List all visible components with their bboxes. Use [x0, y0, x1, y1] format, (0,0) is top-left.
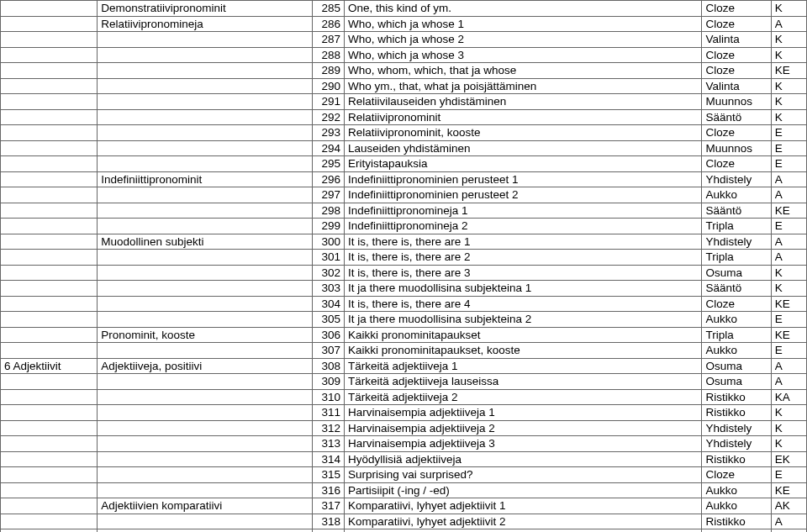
cell-a: 6 Adjektiivit: [1, 358, 98, 374]
cell-e: Aukko: [702, 312, 771, 328]
table-row: Indefiniittipronominit296Indefiniittipro…: [1, 171, 807, 187]
cell-b: [98, 420, 313, 436]
cell-f: KE: [771, 482, 806, 498]
cell-c: 291: [313, 94, 345, 110]
table-row: 299Indefiniittipronomineja 2TriplaE: [1, 219, 807, 234]
cell-c: 293: [313, 125, 345, 141]
cell-e: Muunnos: [702, 94, 771, 110]
table-row: 291Relatiivilauseiden yhdistäminenMuunno…: [1, 94, 807, 110]
cell-f: E: [771, 156, 806, 172]
cell-b: [98, 312, 313, 328]
cell-c: 309: [313, 374, 345, 390]
cell-d: It is, there is, there are 3: [344, 265, 701, 281]
cell-d: Surprising vai surprised?: [344, 467, 701, 483]
cell-c: 310: [313, 389, 345, 405]
cell-b: [98, 467, 313, 483]
cell-c: 285: [313, 1, 345, 17]
cell-d: Who, which ja whose 3: [344, 47, 701, 63]
cell-b: [98, 451, 313, 467]
cell-c: 311: [313, 405, 345, 421]
cell-a: [1, 281, 98, 297]
cell-a: [1, 156, 98, 172]
cell-b: [98, 343, 313, 359]
cell-a: [1, 529, 98, 533]
cell-d: It is, there is, there are 4: [344, 296, 701, 312]
cell-e: Valinta: [702, 78, 771, 94]
table-row: 290Who ym., that, what ja poisjättäminen…: [1, 78, 807, 94]
table-row: 298Indefiniittipronomineja 1SääntöKE: [1, 203, 807, 219]
cell-e: Osuma: [702, 374, 771, 390]
cell-e: Aukko: [702, 187, 771, 203]
cell-d: Tärkeitä adjektiiveja lauseissa: [344, 374, 701, 390]
cell-f: A: [771, 374, 806, 390]
cell-a: [1, 78, 98, 94]
table-row: 311Harvinaisempia adjektiiveja 1Ristikko…: [1, 405, 807, 421]
cell-f: E: [771, 219, 806, 234]
cell-e: Tripla: [702, 327, 771, 343]
cell-c: 312: [313, 420, 345, 436]
cell-a: [1, 16, 98, 32]
cell-e: Valinta: [702, 32, 771, 48]
cell-e: Ristikko: [702, 389, 771, 405]
cell-c: 294: [313, 140, 345, 156]
cell-b: [98, 281, 313, 297]
cell-b: [98, 203, 313, 219]
cell-e: Ristikko: [702, 529, 771, 533]
cell-c: 306: [313, 327, 345, 343]
cell-f: A: [771, 358, 806, 374]
cell-e: Cloze: [702, 156, 771, 172]
cell-a: [1, 498, 98, 514]
cell-c: 296: [313, 171, 345, 187]
table-row: 6 AdjektiivitAdjektiiveja, positiivi308T…: [1, 358, 807, 374]
table-row: 303It ja there muodollisina subjekteina …: [1, 281, 807, 297]
cell-d: Erityistapauksia: [344, 156, 701, 172]
cell-f: KE: [771, 63, 806, 79]
table-row: Adjektiivien komparatiivi317Komparatiivi…: [1, 498, 807, 514]
cell-b: Relatiivipronomineja: [98, 16, 313, 32]
cell-a: [1, 94, 98, 110]
cell-d: Kaikki pronominitapaukset, kooste: [344, 343, 701, 359]
cell-a: [1, 514, 98, 529]
cell-a: [1, 47, 98, 63]
cell-c: 313: [313, 436, 345, 452]
cell-f: A: [771, 250, 806, 266]
cell-d: It ja there muodollisina subjekteina 2: [344, 312, 701, 328]
cell-e: Aukko: [702, 482, 771, 498]
cell-c: 288: [313, 47, 345, 63]
cell-d: Who, which ja whose 2: [344, 32, 701, 48]
cell-d: Harvinaisempia adjektiiveja 3: [344, 436, 701, 452]
cell-d: Komparatiivi, lyhyet adjektiivit 1: [344, 498, 701, 514]
cell-b: [98, 94, 313, 110]
cell-a: [1, 405, 98, 421]
cell-e: Aukko: [702, 498, 771, 514]
cell-e: Tripla: [702, 219, 771, 234]
cell-c: 308: [313, 358, 345, 374]
cell-e: Cloze: [702, 296, 771, 312]
cell-f: K: [771, 281, 806, 297]
table-row: 309Tärkeitä adjektiiveja lauseissaOsumaA: [1, 374, 807, 390]
cell-b: [98, 265, 313, 281]
cell-a: [1, 467, 98, 483]
cell-f: AK: [771, 498, 806, 514]
cell-f: KA: [771, 389, 806, 405]
cell-a: [1, 343, 98, 359]
cell-f: EK: [771, 451, 806, 467]
table-row: 315Surprising vai surprised?ClozeE: [1, 467, 807, 483]
table-row: 305It ja there muodollisina subjekteina …: [1, 312, 807, 328]
cell-f: K: [771, 109, 806, 125]
cell-d: Komparatiivi, lyhyet adjektiivit 2: [344, 514, 701, 529]
cell-e: Tripla: [702, 250, 771, 266]
cell-f: K: [771, 78, 806, 94]
cell-d: Relatiivilauseiden yhdistäminen: [344, 94, 701, 110]
table-row: Demonstratiivipronominit285One, this kin…: [1, 1, 807, 17]
cell-e: Yhdistely: [702, 436, 771, 452]
cell-f: A: [771, 514, 806, 529]
cell-f: KE: [771, 296, 806, 312]
cell-b: Adjektiivien komparatiivi: [98, 498, 313, 514]
cell-d: Who, whom, which, that ja whose: [344, 63, 701, 79]
cell-b: [98, 156, 313, 172]
table-row: 295ErityistapauksiaClozeE: [1, 156, 807, 172]
table-row: Muodollinen subjekti300It is, there is, …: [1, 234, 807, 250]
cell-c: 297: [313, 187, 345, 203]
cell-a: [1, 265, 98, 281]
